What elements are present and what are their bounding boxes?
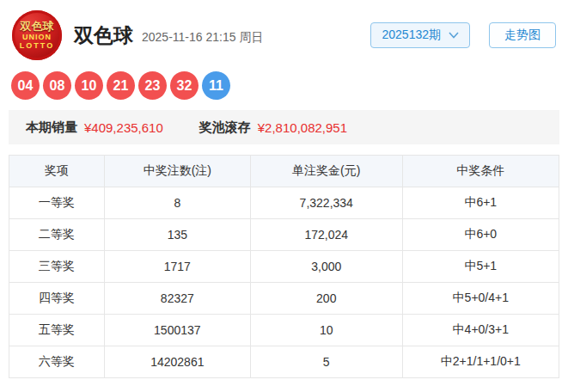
sales-label: 本期销量: [26, 119, 77, 136]
chevron-down-icon: [449, 32, 459, 39]
table-cell: 中4+0/3+1: [402, 315, 559, 346]
prize-table: 奖项中奖注数(注)单注奖金(元)中奖条件 一等奖87,322,334中6+1二等…: [9, 155, 559, 378]
table-row: 六等奖142028615中2+1/1+1/0+1: [9, 346, 559, 378]
pool-value: ¥2,810,082,951: [258, 120, 347, 135]
table-cell: 中5+1: [402, 251, 559, 283]
period-select-label: 2025132期: [382, 28, 441, 43]
table-cell: 14202861: [104, 346, 250, 378]
prize-table-body: 一等奖87,322,334中6+1二等奖135172,024中6+0三等奖171…: [9, 187, 559, 378]
table-cell: 中5+0/4+1: [402, 283, 559, 315]
red-ball: 32: [170, 71, 198, 100]
table-header-cell: 奖项: [9, 156, 105, 187]
logo-text: UNION: [22, 34, 52, 41]
table-cell: 8: [104, 187, 250, 219]
table-cell: 7,322,334: [250, 187, 402, 219]
balls-row: 04081021233211: [0, 60, 568, 100]
table-cell: 1500137: [104, 315, 250, 346]
table-cell: 二等奖: [9, 219, 105, 251]
draw-datetime: 2025-11-16 21:15 周日: [142, 30, 263, 46]
table-cell: 1717: [104, 251, 250, 283]
table-row: 四等奖82327200中5+0/4+1: [9, 283, 559, 315]
header-buttons: 2025132期 走势图: [370, 22, 556, 48]
table-cell: 中2+1/1+1/0+1: [402, 346, 559, 378]
table-cell: 中6+0: [402, 219, 559, 251]
logo-text: 双色球: [21, 21, 54, 32]
trend-chart-button[interactable]: 走势图: [489, 22, 556, 48]
table-cell: 三等奖: [9, 251, 105, 283]
table-row: 五等奖150013710中4+0/3+1: [9, 315, 559, 346]
sales-info-bar: 本期销量 ¥409,235,610 奖池滚存 ¥2,810,082,951: [9, 110, 559, 144]
sales-value: ¥409,235,610: [84, 120, 163, 135]
table-header-cell: 中奖条件: [402, 156, 559, 187]
pool-label: 奖池滚存: [199, 119, 251, 136]
table-header-row: 奖项中奖注数(注)单注奖金(元)中奖条件: [9, 156, 559, 187]
lottery-result-page: 双色球 UNION LOTTO 双色球 2025-11-16 21:15 周日 …: [0, 0, 568, 392]
table-cell: 四等奖: [9, 283, 105, 315]
table-header-cell: 中奖注数(注): [104, 156, 250, 187]
red-ball: 04: [11, 71, 40, 100]
red-ball: 23: [138, 71, 167, 100]
table-cell: 172,024: [250, 219, 402, 251]
table-cell: 82327: [104, 283, 250, 315]
table-cell: 中6+1: [402, 187, 559, 219]
table-cell: 200: [250, 283, 402, 315]
blue-ball: 11: [202, 71, 230, 100]
table-row: 三等奖17173,000中5+1: [9, 251, 559, 283]
table-cell: 135: [104, 219, 250, 251]
page-title: 双色球: [74, 22, 133, 49]
red-ball: 10: [75, 71, 103, 100]
table-cell: 五等奖: [9, 315, 105, 346]
red-ball: 08: [43, 71, 71, 100]
trend-chart-label: 走势图: [504, 28, 541, 43]
header: 双色球 UNION LOTTO 双色球 2025-11-16 21:15 周日 …: [0, 0, 568, 60]
table-cell: 六等奖: [9, 346, 105, 378]
table-cell: 一等奖: [9, 187, 105, 219]
table-row: 二等奖135172,024中6+0: [9, 219, 559, 251]
period-select-button[interactable]: 2025132期: [370, 22, 470, 48]
table-header-cell: 单注奖金(元): [250, 156, 402, 187]
table-cell: 3,000: [250, 251, 402, 283]
logo-text: LOTTO: [20, 42, 54, 50]
union-lotto-logo: 双色球 UNION LOTTO: [12, 10, 62, 60]
red-ball: 21: [107, 71, 135, 100]
table-cell: 10: [250, 315, 402, 346]
table-cell: 5: [250, 346, 402, 378]
table-row: 一等奖87,322,334中6+1: [9, 187, 559, 219]
